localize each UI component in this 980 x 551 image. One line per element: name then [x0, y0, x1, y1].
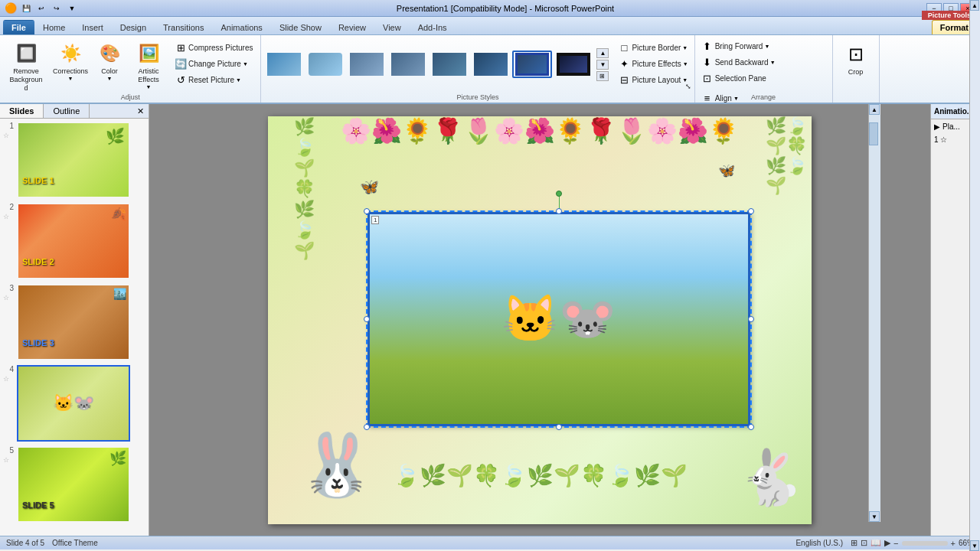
picture-style-4[interactable] — [388, 51, 428, 78]
title-bar: 🟠 💾 ↩ ↪ ▼ Presentation1 [Compatibility M… — [0, 0, 980, 17]
status-slide-info: Slide 4 of 5 — [6, 539, 44, 547]
slide-thumb-2[interactable]: SLIDE 2 🍂 — [17, 203, 130, 279]
color-button[interactable]: 🎨 Color ▼ — [93, 38, 126, 84]
picture-border-label: Picture Border — [632, 44, 681, 52]
slide-star-4: ☆ — [3, 375, 9, 383]
picture-style-6[interactable] — [471, 51, 511, 78]
zoom-slider[interactable] — [902, 541, 948, 546]
change-picture-button[interactable]: 🔄 Change Picture ▼ — [172, 56, 256, 71]
slide-thumb-4[interactable]: 🐱🐭 — [17, 365, 130, 442]
bring-forward-icon: ⬆ — [701, 40, 714, 52]
picture-effects-button[interactable]: ✦ Picture Effects ▼ — [615, 56, 691, 71]
corrections-button[interactable]: ☀️ Corrections ▼ — [49, 38, 92, 84]
style-scroll-up[interactable]: ▲ — [596, 48, 609, 58]
character-left: 🐰 — [299, 429, 375, 501]
reset-picture-button[interactable]: ↺ Reset Picture ▼ — [172, 72, 256, 87]
tab-addins[interactable]: Add-Ins — [410, 20, 456, 34]
picture-style-2[interactable] — [305, 51, 345, 78]
slide-item-4[interactable]: 4 ☆ 🐱🐭 — [3, 365, 145, 442]
tab-review[interactable]: Review — [330, 20, 374, 34]
normal-view-btn[interactable]: ⊞ — [851, 538, 858, 548]
style-scroll-down[interactable]: ▼ — [596, 60, 609, 70]
qat-save[interactable]: 💾 — [20, 3, 32, 14]
window-title: Presentation1 [Compatibility Mode] - Mic… — [84, 4, 926, 13]
anim-scroll-down[interactable]: ▼ — [970, 540, 979, 551]
zoom-out-btn[interactable]: − — [893, 539, 898, 548]
arrange-group-label: Arrange — [695, 93, 832, 101]
zoom-in-btn[interactable]: + — [951, 539, 956, 548]
slideshow-btn[interactable]: ▶ — [884, 538, 890, 548]
slide-item-5[interactable]: 5 ☆ SLIDE 5 🌿 — [3, 446, 145, 523]
butterfly-1: 🦋 — [360, 178, 379, 196]
picture-style-5[interactable] — [430, 51, 469, 78]
status-bar: Slide 4 of 5 Office Theme English (U.S.)… — [0, 536, 980, 549]
picture-layout-icon: ⊟ — [618, 73, 630, 86]
slide-number-5: 5 — [3, 446, 14, 455]
reading-view-btn[interactable]: 📖 — [871, 538, 881, 548]
compress-pictures-button[interactable]: ⊞ Compress Pictures — [172, 40, 256, 55]
picture-style-1[interactable] — [264, 51, 304, 78]
slide-sorter-btn[interactable]: ⊡ — [861, 538, 867, 548]
animation-item-label: 1 ☆ — [934, 135, 947, 144]
picture-border-button[interactable]: □ Picture Border ▼ — [615, 40, 691, 55]
slide-number-3: 3 — [3, 284, 14, 292]
tab-view[interactable]: View — [374, 20, 410, 34]
tab-transitions[interactable]: Transitions — [155, 20, 212, 34]
adjust-group-label: Adjust — [0, 93, 260, 101]
canvas-scrollbar-right[interactable]: ▲ ▼ — [868, 104, 880, 522]
style-scroll-more[interactable]: ⊞ — [596, 71, 609, 81]
corrections-label: Corrections — [53, 67, 88, 76]
artistic-effects-button[interactable]: 🖼️ Artistic Effects ▼ — [127, 38, 170, 93]
slide-list: 1 ☆ SLIDE 1 🌿 2 ☆ SLIDE — [0, 119, 149, 536]
picture-layout-button[interactable]: ⊟ Picture Layout ▼ — [615, 72, 691, 87]
slide-item-3[interactable]: 3 ☆ SLIDE 3 🏙️ — [3, 284, 145, 360]
tab-design[interactable]: Design — [112, 20, 155, 34]
canvas-scroll-down[interactable]: ▼ — [869, 511, 880, 522]
image-badge: 1 — [371, 216, 379, 224]
color-label: Color — [101, 67, 118, 76]
picture-styles-dialog-launcher[interactable]: ⤡ — [685, 83, 691, 90]
crop-button[interactable]: ⊡ Crop — [839, 39, 873, 80]
selected-image-container[interactable]: 🐱🐭 1 — [368, 212, 750, 426]
picture-style-8[interactable] — [554, 51, 593, 78]
anim-scrollbar[interactable]: ▲ ▼ — [969, 0, 980, 551]
remove-background-label: Remove Background — [8, 67, 44, 92]
canvas-scroll-thumb[interactable] — [869, 122, 878, 145]
slide-thumb-1[interactable]: SLIDE 1 🌿 — [17, 122, 130, 198]
qat-redo[interactable]: ↪ — [51, 3, 63, 14]
tab-home[interactable]: Home — [34, 20, 74, 34]
remove-background-button[interactable]: 🔲 Remove Background — [5, 38, 47, 95]
animation-panel: Animatio... ▶ Pla... 1 ☆ ▲ ▼ — [930, 104, 980, 536]
picture-layout-label: Picture Layout — [632, 76, 681, 84]
selection-pane-button[interactable]: ⊡ Selection Pane — [698, 70, 829, 86]
canvas-scroll-up[interactable]: ▲ — [869, 104, 880, 115]
slide-item-1[interactable]: 1 ☆ SLIDE 1 🌿 — [3, 122, 145, 198]
qat-undo[interactable]: ↩ — [35, 3, 47, 14]
send-backward-button[interactable]: ⬇ Send Backward ▼ — [698, 54, 829, 70]
compress-pictures-label: Compress Pictures — [188, 44, 253, 52]
tab-animations[interactable]: Animations — [212, 20, 270, 34]
play-label: Pla... — [942, 122, 960, 131]
bring-forward-button[interactable]: ⬆ Bring Forward ▼ — [698, 38, 829, 54]
change-picture-icon: 🔄 — [175, 57, 187, 70]
slide-item-2[interactable]: 2 ☆ SLIDE 2 🍂 — [3, 203, 145, 279]
character-right: 🐇 — [737, 446, 804, 509]
artistic-effects-label: Artistic Effects — [131, 67, 166, 84]
picture-style-3[interactable] — [347, 51, 387, 78]
tab-file[interactable]: File — [3, 20, 34, 34]
selection-pane-label: Selection Pane — [715, 74, 766, 83]
slide-thumb-5[interactable]: SLIDE 5 🌿 — [17, 446, 130, 523]
slide-thumb-3[interactable]: SLIDE 3 🏙️ — [17, 284, 130, 360]
ribbon-tabs-bar: File Home Insert Design Transitions Anim… — [0, 17, 980, 35]
tab-insert[interactable]: Insert — [74, 20, 112, 34]
artistic-effects-icon: 🖼️ — [136, 41, 161, 66]
picture-style-7[interactable] — [512, 51, 552, 78]
ribbon: 🔲 Remove Background ☀️ Corrections ▼ 🎨 C… — [0, 35, 980, 104]
send-backward-icon: ⬇ — [701, 56, 714, 68]
anim-scroll-up[interactable]: ▲ — [970, 0, 979, 11]
compress-pictures-icon: ⊞ — [175, 41, 187, 54]
qat-more[interactable]: ▼ — [66, 3, 78, 14]
corrections-icon: ☀️ — [58, 41, 83, 66]
cartoon-image: 🐱🐭 — [370, 214, 748, 424]
tab-slideshow[interactable]: Slide Show — [271, 20, 330, 34]
